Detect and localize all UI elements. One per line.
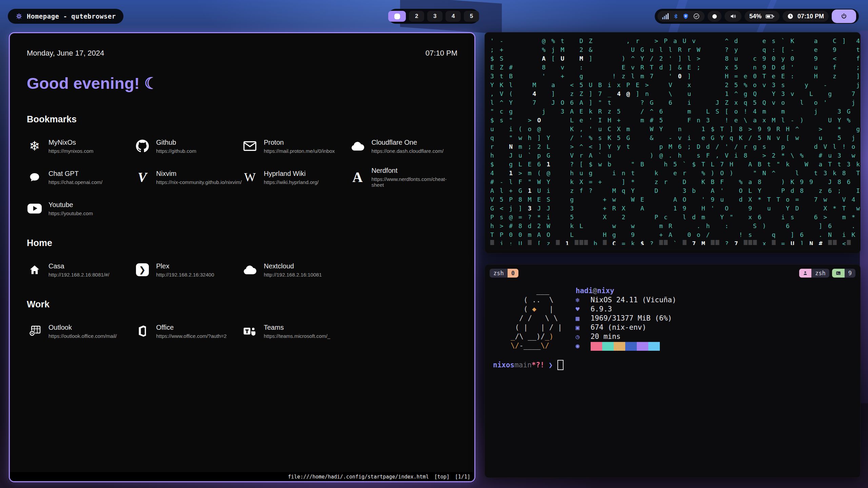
workspace-button-5[interactable]: 5 (464, 11, 479, 22)
color-palette-strip (591, 342, 660, 351)
fetch-line-kernel: ♥6.9.3 (576, 305, 676, 314)
app-icon (15, 13, 23, 20)
volume-chip[interactable] (725, 11, 742, 22)
workspace-button-4[interactable]: 4 (446, 11, 461, 22)
bookmark-title: Proton (264, 139, 335, 146)
power-button[interactable] (832, 9, 856, 23)
nerdfont-icon: A (350, 169, 366, 185)
wallpaper-edge-strip (860, 30, 868, 403)
workspace-button-1[interactable] (388, 11, 406, 22)
battery-chip[interactable]: 54% (745, 11, 780, 22)
kernel-icon: ♥ (576, 305, 591, 314)
workspace-button-2[interactable]: 2 (409, 11, 424, 22)
bookmark-github[interactable]: Githubhttps://github.com (135, 138, 242, 154)
pkgs-icon: ▣ (576, 323, 591, 332)
status-tray: 54% 07:10 PM (655, 9, 859, 24)
greeting-heading: Good evening! ☾ (27, 74, 457, 93)
tux-ascii-art: ___ ( .. \ ( ◆ | / / \ \ ( | | / |_/\ __… (511, 286, 562, 350)
bookmark-outlook[interactable]: Outlookhttps://outlook.office.com/mail/ (27, 323, 135, 339)
section-title-work: Work (27, 299, 457, 310)
clock-chip[interactable]: 07:10 PM (783, 11, 829, 22)
palette-swatch (591, 342, 602, 351)
bookmark-url: http://192.168.2.16:10081 (264, 272, 322, 278)
os-icon: ❄ (576, 296, 591, 305)
shell-prompt[interactable]: nixos main *?! ❯ (485, 350, 860, 370)
status-check-icon[interactable] (693, 13, 700, 20)
bookmark-mynixos[interactable]: ❄MyNixOshttps://mynixos.com (27, 138, 135, 154)
matrix-terminal-window[interactable]: ' - @ % t D Z , r > P a U v ^ d e s ` K … (485, 32, 861, 253)
bookmark-teams[interactable]: Teamshttps://teams.microsoft.com/_ (242, 323, 350, 339)
bookmark-plex[interactable]: ❯Plexhttp://192.168.2.16:32400 (135, 262, 242, 278)
bookmark-title: Outlook (48, 324, 117, 331)
tmux-user-widget: zsh (799, 269, 829, 278)
active-workspace-dot (394, 14, 400, 19)
bookmark-url: https://mynixos.com (48, 148, 94, 154)
terminal-icon (832, 269, 845, 278)
bitwarden-shield-icon[interactable] (683, 13, 689, 20)
zsh-terminal-window[interactable]: zsh 0 zsh 9 ___ ( .. \ ( ◆ | / / \ \ ( | (485, 264, 861, 478)
bookmark-text: Githubhttps://github.com (156, 139, 196, 154)
bookmark-hyprland-wiki[interactable]: WHyprland Wikihttps://wiki.hyprland.org/ (242, 167, 350, 188)
fetch-output: ___ ( .. \ ( ◆ | / / \ \ ( | | / |_/\ __… (485, 278, 860, 350)
fetch-value: 1969/31377 MiB (6%) (591, 314, 672, 323)
bookmark-cloudflare-one[interactable]: Cloudflare Onehttps://one.dash.cloudflar… (350, 138, 458, 154)
bookmark-nextcloud[interactable]: Nextcloudhttp://192.168.2.16:10081 (242, 262, 350, 278)
outlook-icon (27, 323, 42, 339)
section-grid-bookmarks: ❄MyNixOshttps://mynixos.comGithubhttps:/… (27, 138, 457, 216)
bookmark-title: Hyprland Wiki (264, 170, 319, 178)
startpage-time: 07:10 PM (426, 49, 457, 58)
bookmark-sections: Bookmarks❄MyNixOshttps://mynixos.comGith… (27, 114, 457, 339)
section-grid-home: Casahttp://192.168.2.16:8081/#/❯Plexhttp… (27, 262, 457, 278)
bookmark-title: Nixvim (156, 170, 242, 178)
window-count: 9 (845, 269, 855, 278)
bookmark-youtube[interactable]: Youtubehttps://youtube.com (27, 201, 135, 216)
bookmark-proton[interactable]: Protonhttps://mail.proton.me/u/0/inbox (242, 138, 350, 154)
plex-icon: ❯ (135, 262, 150, 278)
fetch-host: nixy (597, 287, 614, 295)
shell-name: zsh (811, 269, 829, 278)
statusbar-tab-index: [1/1] (455, 474, 470, 480)
chat-icon (27, 169, 42, 185)
fetch-at: @ (593, 287, 597, 295)
fetch-line-ram: ▦1969/31377 MiB (6%) (576, 314, 676, 323)
bookmark-chat-gpt[interactable]: Chat GPThttps://chat.openai.com/ (27, 167, 135, 188)
greeting-text: Good evening! (27, 74, 140, 92)
bookmark-nixvim[interactable]: VNixvimhttps://nix-community.github.io/n… (135, 167, 242, 188)
section-title-bookmarks: Bookmarks (27, 114, 457, 125)
bookmark-casa[interactable]: Casahttp://192.168.2.16:8081/#/ (27, 262, 135, 278)
bookmark-url: http://192.168.2.16:8081/#/ (48, 272, 109, 278)
fetch-line-pkgs: ▣674 (nix-env) (576, 323, 676, 332)
power-icon (841, 13, 847, 20)
workspace-switcher: 2345 (388, 9, 479, 24)
user-icon (799, 269, 811, 278)
bar-window-title-pill: Homepage - qutebrowser (8, 9, 123, 24)
wiki-icon: W (242, 169, 258, 185)
bookmark-nerdfont[interactable]: ANerdfonthttps://www.nerdfonts.com/cheat… (350, 167, 458, 188)
recording-indicator-chip[interactable] (708, 11, 722, 22)
bookmark-text: Hyprland Wikihttps://wiki.hyprland.org/ (264, 170, 319, 185)
bookmark-url: https://mail.proton.me/u/0/inbox (264, 148, 335, 154)
bookmark-title: Nerdfont (372, 167, 458, 175)
bookmark-text: Officehttps://www.office.com/?auth=2 (156, 324, 227, 339)
bookmark-url: http://192.168.2.16:32400 (156, 272, 214, 278)
palette-swatch (625, 342, 637, 351)
prompt-git-branch: main (514, 361, 532, 369)
clock-icon (787, 13, 793, 19)
bookmark-url: https://teams.microsoft.com/_ (264, 333, 330, 339)
uptime-icon: ◷ (576, 332, 591, 341)
bookmark-url: https://nix-community.github.io/nixvim/ (156, 179, 242, 185)
tmux-window-count-widget: 9 (832, 269, 855, 278)
bookmark-text: Teamshttps://teams.microsoft.com/_ (264, 324, 330, 339)
network-signal-icon[interactable] (662, 14, 669, 19)
bookmark-title: Nextcloud (264, 262, 322, 270)
tab-label: zsh (490, 269, 508, 278)
statusbar-url: file:///home/hadi/.config/startpage/inde… (288, 474, 429, 480)
bookmark-office[interactable]: Officehttps://www.office.com/?auth=2 (135, 323, 242, 339)
window-title: Homepage - qutebrowser (27, 13, 116, 20)
workspace-button-3[interactable]: 3 (427, 11, 442, 22)
bookmark-text: Chat GPThttps://chat.openai.com/ (48, 170, 102, 185)
bookmark-url: https://youtube.com (48, 210, 93, 216)
tab-index: 0 (508, 269, 518, 278)
bluetooth-icon[interactable] (673, 13, 678, 20)
tmux-session-tab[interactable]: zsh 0 (490, 269, 518, 278)
